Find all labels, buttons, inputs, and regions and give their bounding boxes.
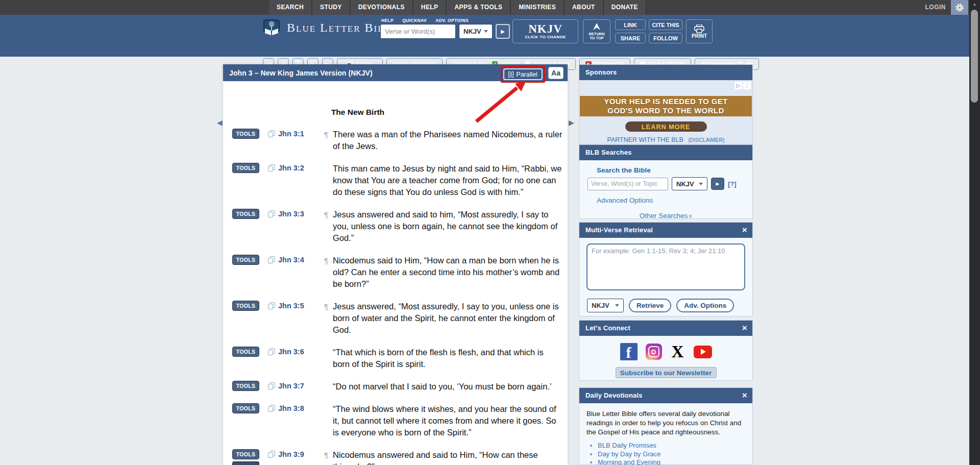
close-icon[interactable]: × xyxy=(742,388,747,403)
subscribe-newsletter-button[interactable]: Subscribe to our Newsletter xyxy=(616,367,717,378)
instagram-icon[interactable] xyxy=(646,344,662,360)
blb-logo[interactable]: Blue Letter Bible xyxy=(263,19,397,36)
verse-ref[interactable]: Jhn 3:6 xyxy=(278,347,316,357)
x-icon[interactable]: X xyxy=(670,344,685,359)
copy-verse-icon[interactable] xyxy=(268,302,276,310)
link-button[interactable]: LINK xyxy=(615,19,646,30)
verse-ref[interactable]: Jhn 3:4 xyxy=(278,255,316,265)
verse-text: ¶Jesus answered and said to him, “Most a… xyxy=(333,209,562,244)
ad-menu-icon[interactable]: ⋮ xyxy=(743,82,751,89)
learn-more-button[interactable]: LEARN MORE xyxy=(625,121,707,132)
other-searches-link[interactable]: Other Searches » xyxy=(579,212,752,219)
verse-ref[interactable]: Jhn 3:5 xyxy=(278,301,316,311)
tools-button[interactable]: TOOLS xyxy=(232,163,259,173)
partial-next-tools-button xyxy=(232,461,259,465)
tools-button[interactable]: TOOLS xyxy=(232,129,259,139)
tools-button[interactable]: TOOLS xyxy=(232,449,259,459)
quick-link-adv-options[interactable]: ADV. OPTIONS xyxy=(435,18,469,23)
quick-link-help[interactable]: HELP xyxy=(381,18,394,23)
tools-button[interactable]: TOOLS xyxy=(232,301,259,311)
nav-item-devotionals[interactable]: DEVOTIONALS xyxy=(351,0,412,15)
search-help-link[interactable]: [?] xyxy=(728,180,737,188)
tools-button[interactable]: TOOLS xyxy=(232,403,259,413)
nav-item-ministries[interactable]: MINISTRIES xyxy=(511,0,564,15)
copy-verse-icon[interactable] xyxy=(268,405,276,412)
verse-ref[interactable]: Jhn 3:3 xyxy=(278,209,316,219)
top-navigation-bar: SEARCH STUDY DEVOTIONALS HELP APPS & TOO… xyxy=(0,0,980,15)
disclaimer-link[interactable]: (DISCLAIMER) xyxy=(688,137,724,143)
nav-item-study[interactable]: STUDY xyxy=(312,0,350,15)
translation-change-button[interactable]: NKJV CLICK TO CHANGE xyxy=(512,19,578,43)
chevron-down-icon xyxy=(615,304,619,307)
scrollbar-thumb[interactable] xyxy=(971,10,978,103)
verse-ref[interactable]: Jhn 3:7 xyxy=(278,381,316,391)
copy-verse-icon[interactable] xyxy=(268,382,276,390)
verse-text-content: Jesus answered, “Most assuredly, I say t… xyxy=(333,302,559,334)
sidebar-search-input[interactable] xyxy=(587,178,668,190)
copy-verse-icon[interactable] xyxy=(268,164,276,172)
copy-verse-icon[interactable] xyxy=(268,256,276,264)
settings-button[interactable] xyxy=(951,0,968,15)
prev-chapter-arrow-icon[interactable]: ◀ xyxy=(217,118,223,127)
close-icon[interactable]: × xyxy=(742,223,747,238)
facebook-icon[interactable]: f xyxy=(620,343,638,360)
verse-text-content: “That which is born of the flesh is fles… xyxy=(333,348,544,369)
sidebar-search-go-button[interactable]: ▶ xyxy=(711,178,724,190)
youtube-icon[interactable] xyxy=(694,346,712,358)
devotional-link[interactable]: Day by Day by Grace xyxy=(598,450,661,458)
follow-button[interactable]: FOLLOW xyxy=(649,33,682,43)
close-icon[interactable]: × xyxy=(742,321,747,336)
devotional-link[interactable]: BLB Daily Promises xyxy=(598,442,656,449)
page-scrollbar[interactable]: ▲ xyxy=(969,0,980,465)
verse-search-input[interactable] xyxy=(380,24,456,39)
top-nav-menu: SEARCH STUDY DEVOTIONALS HELP APPS & TOO… xyxy=(269,0,647,15)
nav-item-donate[interactable]: DONATE xyxy=(604,0,646,15)
tools-button[interactable]: TOOLS xyxy=(232,381,259,391)
pilcrow-mark: ¶ xyxy=(324,301,328,312)
version-select[interactable]: NKJV xyxy=(459,24,493,39)
retrieve-button[interactable]: Retrieve xyxy=(629,299,671,312)
tools-button[interactable]: TOOLS xyxy=(232,255,259,265)
share-button[interactable]: SHARE xyxy=(615,33,646,43)
parallel-button[interactable]: Parallel xyxy=(503,68,543,80)
verse-ref[interactable]: Jhn 3:8 xyxy=(278,403,316,413)
next-chapter-arrow-icon[interactable]: ▶ xyxy=(569,118,574,127)
tools-button[interactable]: TOOLS xyxy=(232,209,259,219)
adchoices-icon[interactable]: ▷ xyxy=(734,82,742,89)
verse-ref[interactable]: Jhn 3:2 xyxy=(278,163,316,173)
sponsor-ad[interactable]: ▷ ⋮ YOUR HELP IS NEEDED TO GET GOD'S WOR… xyxy=(580,81,752,133)
multi-verse-section: Multi-Verse Retrieval × NKJV Retrieve Ad… xyxy=(579,222,753,316)
verse-ref[interactable]: Jhn 3:1 xyxy=(278,129,316,139)
nav-item-help[interactable]: HELP xyxy=(413,0,446,15)
copy-verse-icon[interactable] xyxy=(268,348,276,356)
devotional-link[interactable]: Morning and Evening xyxy=(598,458,660,465)
blue-letter-bible-page: SEARCH STUDY DEVOTIONALS HELP APPS & TOO… xyxy=(0,0,980,465)
print-button[interactable]: PRINT xyxy=(686,19,713,43)
copy-verse-icon[interactable] xyxy=(268,210,276,218)
sidebar-version-select[interactable]: NKJV xyxy=(672,177,707,190)
double-chevron-down-icon: » xyxy=(687,214,695,217)
list-item: Morning and Evening xyxy=(598,458,752,465)
scroll-up-arrow-icon[interactable]: ▲ xyxy=(969,2,980,7)
return-to-top-button[interactable]: RETURNTO TOP xyxy=(583,19,610,43)
copy-verse-icon[interactable] xyxy=(268,130,276,138)
cite-this-button[interactable]: CITE THIS xyxy=(649,19,682,30)
advanced-options-link[interactable]: Advanced Options xyxy=(597,197,752,204)
nav-item-search[interactable]: SEARCH xyxy=(269,0,311,15)
search-go-button[interactable]: ▶ xyxy=(496,24,510,39)
nav-item-about[interactable]: ABOUT xyxy=(565,0,603,15)
partner-row: PARTNER WITH THE BLB (DISCLAIMER) xyxy=(579,136,752,143)
quick-link-quicknav[interactable]: QUICKNAV xyxy=(402,18,427,23)
verse-text-content: There was a man of the Pharisees named N… xyxy=(333,130,562,151)
verse-ref[interactable]: Jhn 3:9 xyxy=(278,449,316,459)
multi-verse-input[interactable] xyxy=(586,243,745,290)
font-settings-button[interactable]: Aa xyxy=(548,67,564,79)
tools-button[interactable]: TOOLS xyxy=(232,347,259,357)
adv-options-button[interactable]: Adv. Options xyxy=(676,299,734,312)
multi-verse-version-select[interactable]: NKJV xyxy=(587,299,624,312)
nav-item-apps-tools[interactable]: APPS & TOOLS xyxy=(447,0,510,15)
partner-link[interactable]: PARTNER WITH THE BLB xyxy=(607,136,683,143)
login-link[interactable]: LOGIN xyxy=(925,0,946,15)
ad-text: YOUR HELP IS NEEDED TO GET GOD'S WORD TO… xyxy=(580,96,752,116)
copy-verse-icon[interactable] xyxy=(268,451,276,458)
